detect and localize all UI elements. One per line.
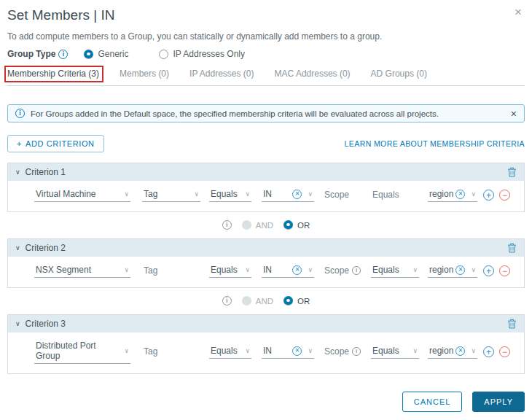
radio-and[interactable]: AND — [242, 220, 273, 230]
radio-and[interactable]: AND — [242, 296, 273, 306]
clear-icon[interactable]: ✕ — [292, 346, 302, 356]
criterion-2-row: NSX Segment ∨ Tag Equals ∨ IN ✕ ∨ Scope … — [8, 257, 524, 287]
chevron-down-icon: ∨ — [124, 266, 129, 273]
connector-info-icon[interactable]: i — [222, 220, 232, 230]
member-type-select[interactable]: Distributed Port Group ∨ — [34, 340, 130, 364]
radio-selected-icon — [283, 220, 293, 230]
property-label: Tag — [142, 265, 200, 278]
radio-generic[interactable]: Generic — [84, 49, 128, 59]
add-tag-icon[interactable]: + — [483, 190, 494, 201]
scope-label: Scope i — [324, 265, 368, 278]
operator-select[interactable]: Equals ∨ — [209, 345, 251, 359]
chevron-down-icon: ∨ — [245, 347, 250, 354]
scope-label: Scope i — [324, 346, 368, 359]
criterion-2-header[interactable]: ∨ Criterion 2 — [8, 239, 524, 257]
scope-label: Scope — [324, 189, 368, 202]
cancel-button[interactable]: CANCEL — [402, 392, 463, 412]
criterion-1-header[interactable]: ∨ Criterion 1 — [8, 163, 524, 181]
clear-icon[interactable]: ✕ — [292, 190, 302, 199]
radio-ip-label: IP Addresses Only — [173, 49, 245, 59]
chevron-down-icon: ∨ — [245, 266, 250, 273]
member-type-select[interactable]: NSX Segment ∨ — [34, 264, 130, 278]
chevron-down-icon: ∨ — [15, 244, 20, 252]
chevron-down-icon: ∨ — [308, 190, 313, 198]
chevron-down-icon: ∨ — [15, 320, 20, 327]
criterion-3-header[interactable]: ∨ Criterion 3 — [8, 315, 524, 332]
scope-operator-label: Equals — [371, 189, 419, 202]
remove-tag-icon[interactable]: − — [499, 346, 510, 357]
scope-operator-select[interactable]: Equals ∨ — [371, 345, 419, 359]
radio-selected-icon — [84, 50, 93, 59]
clear-icon[interactable]: ✕ — [292, 265, 302, 275]
tab-bar: Membership Criteria (3) Members (0) IP A… — [7, 69, 525, 86]
banner-close-icon[interactable]: × — [511, 108, 517, 120]
scope-info-icon[interactable]: i — [352, 347, 361, 356]
chevron-down-icon: ∨ — [471, 266, 476, 273]
chevron-down-icon: ∨ — [124, 190, 129, 198]
plus-icon: + — [17, 139, 22, 148]
learn-more-link[interactable]: LEARN MORE ABOUT MEMBERSHIP CRITERIA — [345, 139, 525, 148]
group-type-info-icon[interactable]: i — [58, 50, 68, 59]
remove-tag-icon[interactable]: − — [499, 190, 510, 201]
chevron-down-icon: ∨ — [308, 347, 313, 354]
radio-generic-label: Generic — [98, 49, 128, 59]
clear-icon[interactable]: ✕ — [455, 346, 465, 356]
chevron-down-icon: ∨ — [194, 190, 199, 198]
chevron-down-icon: ∨ — [471, 347, 476, 354]
criteria-toolbar: + ADD CRITERION LEARN MORE ABOUT MEMBERS… — [7, 135, 525, 152]
dialog-footer: CANCEL APPLY — [402, 392, 525, 412]
radio-unselected-icon — [159, 50, 168, 59]
operator-select[interactable]: Equals ∨ — [209, 264, 251, 278]
add-tag-icon[interactable]: + — [483, 346, 494, 357]
connector-info-icon[interactable]: i — [222, 296, 232, 306]
remove-tag-icon[interactable]: − — [499, 265, 510, 276]
apply-button[interactable]: APPLY — [472, 392, 525, 412]
and-or-connector-2: i AND OR — [7, 296, 525, 306]
member-type-select[interactable]: Virtual Machine ∨ — [34, 188, 130, 202]
tab-ad-groups[interactable]: AD Groups (0) — [371, 69, 427, 79]
group-type-row: Group Type i Generic IP Addresses Only — [7, 49, 525, 59]
chevron-down-icon: ∨ — [471, 190, 476, 198]
criterion-panel-3: ∨ Criterion 3 Distributed Port Group ∨ T… — [7, 314, 525, 374]
dialog-description: To add compute members to a Group, you c… — [7, 31, 525, 42]
tab-membership-criteria[interactable]: Membership Criteria (3) — [7, 69, 99, 79]
property-label: Tag — [142, 346, 200, 359]
criterion-3-row: Distributed Port Group ∨ Tag Equals ∨ IN… — [8, 332, 524, 373]
tab-mac-addresses[interactable]: MAC Addresses (0) — [275, 69, 351, 79]
set-members-dialog: Set Members | IN × To add compute member… — [0, 0, 532, 420]
add-tag-icon[interactable]: + — [483, 265, 494, 276]
clear-icon[interactable]: ✕ — [455, 190, 465, 199]
radio-ip-addresses-only[interactable]: IP Addresses Only — [159, 49, 245, 59]
trash-icon[interactable] — [507, 167, 517, 177]
scope-operator-select[interactable]: Equals ∨ — [371, 264, 419, 278]
trash-icon[interactable] — [507, 243, 517, 253]
and-or-connector-1: i AND OR — [7, 220, 525, 230]
criterion-panel-1: ∨ Criterion 1 Virtual Machine ∨ Tag ∨ Eq… — [7, 163, 525, 212]
chevron-down-icon: ∨ — [412, 347, 418, 354]
scope-value-select[interactable]: region ✕ ∨ — [428, 264, 477, 278]
chevron-down-icon: ∨ — [245, 190, 250, 198]
radio-disabled-icon — [242, 296, 251, 306]
property-select[interactable]: Tag ∨ — [142, 188, 200, 202]
scope-value-select[interactable]: region ✕ ∨ — [428, 345, 477, 359]
tab-ip-addresses[interactable]: IP Addresses (0) — [189, 69, 254, 79]
radio-selected-icon — [283, 296, 293, 306]
radio-or[interactable]: OR — [283, 220, 310, 230]
trash-icon[interactable] — [507, 319, 517, 329]
operator-select[interactable]: Equals ∨ — [209, 188, 251, 202]
tab-members[interactable]: Members (0) — [120, 69, 169, 79]
chevron-down-icon: ∨ — [412, 266, 418, 273]
add-criterion-button[interactable]: + ADD CRITERION — [7, 135, 104, 152]
tag-value-select[interactable]: IN ✕ ∨ — [262, 188, 314, 202]
close-icon[interactable]: × — [515, 6, 522, 18]
clear-icon[interactable]: ✕ — [455, 265, 465, 275]
radio-or[interactable]: OR — [283, 296, 310, 306]
scope-info-icon[interactable]: i — [352, 266, 361, 275]
tag-value-select[interactable]: IN ✕ ∨ — [262, 345, 314, 359]
criterion-2-title: Criterion 2 — [26, 243, 66, 253]
banner-info-icon: i — [15, 109, 25, 118]
scope-value-select[interactable]: region ✕ ∨ — [428, 188, 477, 202]
criterion-panel-2: ∨ Criterion 2 NSX Segment ∨ Tag Equals ∨… — [7, 238, 525, 288]
radio-disabled-icon — [242, 220, 251, 230]
tag-value-select[interactable]: IN ✕ ∨ — [262, 264, 314, 278]
